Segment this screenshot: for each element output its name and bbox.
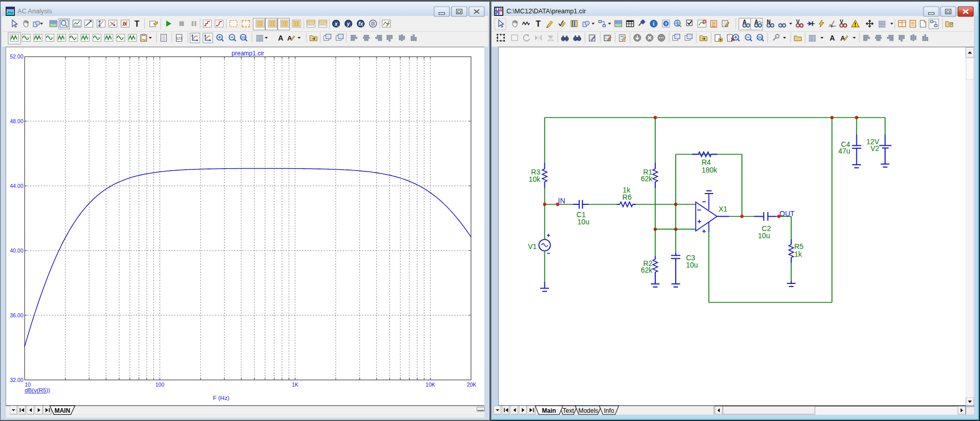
svg-text:i: i: [653, 21, 654, 27]
svg-text:X1: X1: [719, 205, 728, 213]
svg-text:10u: 10u: [577, 218, 589, 226]
svg-text:IN: IN: [558, 197, 565, 205]
svg-text:C:\MC12\DATA\preamp1.cir: C:\MC12\DATA\preamp1.cir: [506, 8, 586, 15]
svg-text:44.00: 44.00: [10, 183, 23, 189]
svg-text:Models: Models: [578, 407, 598, 414]
svg-text:62k: 62k: [641, 175, 653, 183]
svg-text:10u: 10u: [758, 232, 770, 240]
svg-text:20K: 20K: [467, 381, 477, 388]
svg-text:123: 123: [176, 36, 182, 40]
svg-text:A: A: [287, 34, 292, 42]
svg-text:47u: 47u: [838, 147, 850, 155]
svg-text:A: A: [830, 34, 835, 42]
svg-text:R4: R4: [702, 158, 711, 166]
svg-text:10K: 10K: [425, 381, 435, 388]
svg-text:Text: Text: [562, 407, 574, 414]
svg-text:AC Analysis: AC Analysis: [17, 8, 52, 15]
svg-text:48.00: 48.00: [10, 118, 23, 124]
svg-text:y: y: [346, 21, 350, 27]
svg-text:?: ?: [664, 21, 668, 27]
svg-text:10k: 10k: [528, 175, 541, 183]
svg-text:R5: R5: [794, 242, 803, 251]
svg-text:100: 100: [241, 36, 245, 39]
svg-text:F (Hz): F (Hz): [213, 395, 229, 401]
svg-text:32.00: 32.00: [10, 377, 23, 383]
svg-text:40.00: 40.00: [10, 247, 23, 254]
svg-text:100: 100: [757, 36, 762, 39]
svg-text:dB(v(R5)): dB(v(R5)): [25, 387, 50, 393]
svg-text:R6: R6: [622, 193, 632, 201]
svg-text:1k: 1k: [794, 250, 802, 258]
svg-text:V1: V1: [528, 242, 537, 251]
svg-text:62k: 62k: [641, 266, 653, 274]
svg-text:OUT: OUT: [779, 209, 795, 218]
svg-text:100: 100: [155, 381, 165, 388]
svg-text:preamp1.cir: preamp1.cir: [231, 50, 264, 57]
svg-text:A: A: [840, 34, 846, 42]
svg-text:T: T: [134, 20, 140, 28]
svg-text:180k: 180k: [702, 166, 718, 174]
svg-text:36.00: 36.00: [10, 312, 23, 318]
svg-text:V2: V2: [870, 144, 879, 152]
svg-text:Info: Info: [604, 407, 614, 414]
svg-text:MAIN: MAIN: [54, 407, 70, 414]
svg-text:1K: 1K: [292, 381, 299, 388]
svg-text:fx: fx: [359, 21, 363, 27]
svg-text:x: x: [334, 21, 338, 27]
svg-text:fx: fx: [123, 21, 127, 27]
svg-text:52.00: 52.00: [10, 53, 23, 60]
svg-text:10u: 10u: [686, 261, 698, 269]
svg-text:Main: Main: [542, 407, 556, 414]
svg-text:A: A: [278, 34, 283, 42]
svg-text:T: T: [536, 20, 541, 28]
